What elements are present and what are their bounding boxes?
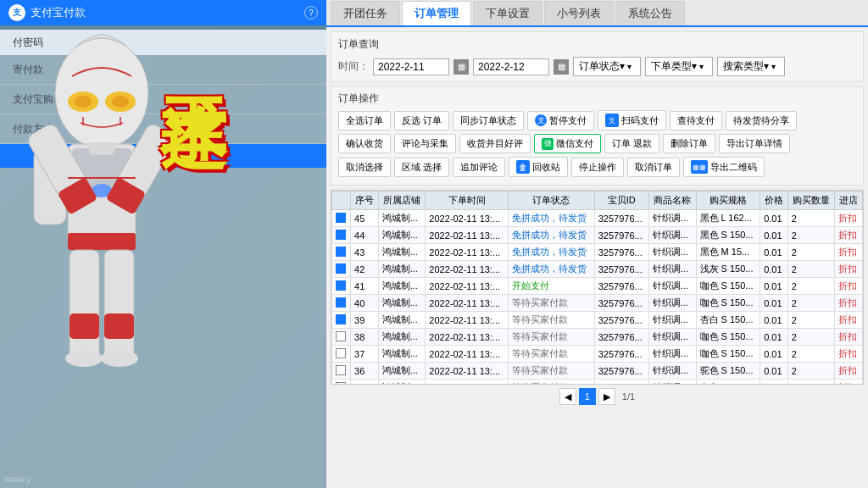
- cell-time: 2022-02-11 13:...: [426, 227, 509, 244]
- export-detail-btn[interactable]: 导出订单详情: [719, 134, 790, 153]
- confirm-receipt-btn[interactable]: 确认收货: [338, 134, 391, 153]
- pause-pay-btn[interactable]: 暂停支付: [527, 111, 594, 130]
- cell-status: 等待买家付款: [508, 329, 594, 346]
- delete-order-btn[interactable]: 删除订单: [663, 134, 715, 153]
- cell-price: 0.01: [760, 295, 788, 312]
- add-comment-btn[interactable]: 追加评论: [453, 158, 505, 177]
- cell-qty: 2: [787, 261, 835, 278]
- row-checkbox[interactable]: [336, 314, 346, 324]
- cell-time: 2022-02-11 13:...: [426, 363, 509, 380]
- cell-spec: 咖色 S 150...: [696, 295, 760, 312]
- row-checkbox[interactable]: [336, 263, 346, 274]
- deselect-btn[interactable]: 反选 订单: [394, 111, 449, 130]
- scan-pay-btn[interactable]: 支 扫码支付: [598, 110, 666, 130]
- export-qr-icon: ▦▦: [691, 160, 708, 174]
- order-table-container[interactable]: 序号 所属店铺 下单时间 订单状态 宝贝ID 商品名称 购买规格 价格 购买数量…: [331, 190, 864, 385]
- next-page-btn[interactable]: ▶: [598, 388, 615, 405]
- page-1-btn[interactable]: 1: [579, 388, 596, 405]
- sync-status-btn[interactable]: 同步订单状态: [453, 111, 524, 130]
- cell-qty: 2: [787, 346, 835, 363]
- cell-shop: 鸿城制...: [378, 329, 426, 346]
- prev-page-btn[interactable]: ◀: [559, 388, 576, 405]
- calendar-from-icon[interactable]: ▦: [453, 59, 469, 75]
- tab-system-notice[interactable]: 系统公告: [615, 1, 685, 25]
- ops-row-3: 取消选择 区域 选择 追加评论 🗑 回收站 停止操作 取消订单 ▦▦ 导出二维码: [338, 157, 856, 177]
- calendar-to-icon[interactable]: ▦: [554, 59, 569, 75]
- refund-btn[interactable]: 订单 退款: [604, 134, 659, 153]
- cancel-order-btn[interactable]: 取消订单: [627, 158, 680, 177]
- cell-num: 43: [351, 244, 379, 261]
- table-row[interactable]: 45 鸿城制... 2022-02-11 13:... 免拼成功，待发货 325…: [332, 210, 863, 227]
- help-icon[interactable]: ?: [304, 6, 318, 19]
- row-checkbox[interactable]: [336, 213, 346, 223]
- cell-num: 40: [351, 295, 379, 312]
- row-checkbox[interactable]: [336, 297, 346, 308]
- row-checkbox[interactable]: [336, 280, 346, 291]
- cell-time: 2022-02-11 13:...: [426, 312, 509, 329]
- cell-price: 0.01: [760, 329, 788, 346]
- date-from-input[interactable]: [373, 58, 449, 75]
- row-checkbox[interactable]: [336, 365, 346, 375]
- pending-share-btn[interactable]: 待发货待分享: [726, 111, 797, 130]
- col-check: [332, 191, 351, 210]
- row-checkbox[interactable]: [336, 331, 346, 341]
- search-type-dropdown[interactable]: 搜索类型▾: [717, 57, 785, 76]
- cell-id: 3257976...: [594, 210, 648, 227]
- col-spec: 购买规格: [696, 191, 760, 210]
- cell-time: 2022-02-11 13:...: [426, 346, 509, 363]
- comment-collect-btn[interactable]: 评论与采集: [394, 134, 456, 153]
- cell-status: 等待买家付款: [508, 346, 594, 363]
- cell-id: 3257976...: [594, 312, 648, 329]
- cell-price: 0.01: [760, 363, 788, 380]
- svg-point-4: [112, 96, 129, 108]
- ultraman-character: [8, 25, 212, 441]
- cell-name: 针织调...: [648, 329, 696, 346]
- stop-op-btn[interactable]: 停止操作: [571, 158, 624, 177]
- table-row[interactable]: 41 鸿城制... 2022-02-11 13:... 开始支付 3257976…: [332, 278, 863, 295]
- cell-name: 针织调...: [648, 295, 696, 312]
- svg-point-0: [55, 38, 148, 148]
- table-row[interactable]: 38 鸿城制... 2022-02-11 13:... 等待买家付款 32579…: [332, 329, 863, 346]
- cell-num: 37: [351, 346, 379, 363]
- pagination: ◀ 1 ▶ 1/1: [326, 385, 868, 408]
- check-pay-btn[interactable]: 查待支付: [670, 111, 722, 130]
- cell-qty: 2: [787, 227, 835, 244]
- ops-section: 订单操作 全选订单 反选 订单 同步订单状态 暂停支付 支 扫码支付 查待支付 …: [331, 86, 864, 186]
- col-shop: 所属店铺: [378, 191, 426, 210]
- query-section: 订单查询 时间： ▦ ▦ 订单状态▾ 下单类型▾ 搜索类型▾: [331, 31, 864, 82]
- tab-sub-accounts[interactable]: 小号列表: [544, 1, 614, 25]
- date-to-input[interactable]: [473, 58, 549, 75]
- tab-kaituan[interactable]: 开团任务: [331, 1, 400, 25]
- order-status-dropdown[interactable]: 订单状态▾: [573, 57, 641, 76]
- recycle-btn[interactable]: 🗑 回收站: [509, 157, 568, 177]
- svg-point-3: [75, 96, 92, 108]
- cancel-select-btn[interactable]: 取消选择: [338, 158, 391, 177]
- order-type-dropdown[interactable]: 下单类型▾: [645, 57, 713, 76]
- svg-rect-19: [104, 250, 134, 360]
- row-checkbox[interactable]: [336, 247, 346, 257]
- select-all-btn[interactable]: 全选订单: [338, 111, 391, 130]
- table-row[interactable]: 44 鸿城制... 2022-02-11 13:... 免拼成功，待发货 325…: [332, 227, 863, 244]
- wechat-pay-btn[interactable]: 微信支付: [534, 134, 601, 153]
- cell-spec: 杏白 S 150...: [696, 312, 760, 329]
- region-select-btn[interactable]: 区域 选择: [394, 158, 449, 177]
- table-row[interactable]: 40 鸿城制... 2022-02-11 13:... 等待买家付款 32579…: [332, 295, 863, 312]
- tab-order-settings[interactable]: 下单设置: [473, 1, 542, 25]
- cell-id: 3257976...: [594, 363, 648, 380]
- export-qr-btn[interactable]: ▦▦ 导出二维码: [683, 157, 765, 177]
- table-row[interactable]: 37 鸿城制... 2022-02-11 13:... 等待买家付款 32579…: [332, 346, 863, 363]
- cell-time: 2022-02-11 13:...: [426, 329, 509, 346]
- row-checkbox[interactable]: [336, 230, 346, 240]
- tab-order-manage[interactable]: 订单管理: [402, 1, 471, 25]
- table-row[interactable]: 43 鸿城制... 2022-02-11 13:... 免拼成功，待发货 325…: [332, 244, 863, 261]
- alipay-scan-icon: 支: [605, 114, 619, 127]
- table-row[interactable]: 39 鸿城制... 2022-02-11 13:... 等待买家付款 32579…: [332, 312, 863, 329]
- table-row[interactable]: 36 鸿城制... 2022-02-11 13:... 等待买家付款 32579…: [332, 363, 863, 380]
- table-row[interactable]: 42 鸿城制... 2022-02-11 13:... 免拼成功，待发货 325…: [332, 261, 863, 278]
- cell-flag: 折扣: [835, 346, 863, 363]
- cell-status: 等待买家付款: [508, 312, 594, 329]
- col-qty: 购买数量: [787, 191, 835, 210]
- receive-good-review-btn[interactable]: 收货并目好评: [459, 134, 531, 153]
- cell-status: 等待买家付款: [508, 363, 594, 380]
- row-checkbox[interactable]: [336, 348, 346, 358]
